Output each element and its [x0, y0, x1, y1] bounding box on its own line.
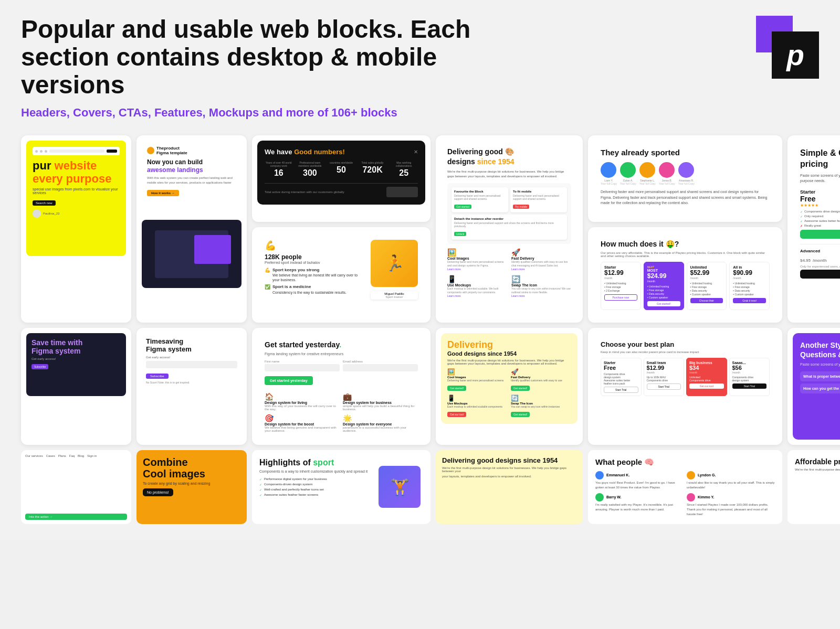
title-purpose: every purpose: [33, 172, 111, 185]
card-another-styled: Another StyledQuestions & Answers Paste …: [788, 328, 840, 445]
email-input-field[interactable]: [343, 364, 418, 371]
start-trial-btn-1[interactable]: Start Trial: [604, 387, 638, 393]
get-our-tool-plan-btn[interactable]: Get our tool: [689, 383, 724, 389]
start-trial-btn-3[interactable]: Start Trial: [732, 383, 767, 389]
stat-value: 720K: [359, 165, 387, 175]
app-mockup: [155, 230, 228, 278]
mockup-card-1: Favourite the Block Delivering faster an…: [452, 187, 508, 212]
sport-text-2: Sport is a medicine Consistency is the w…: [272, 284, 346, 294]
website-hero-title: pur website every purpose: [33, 159, 120, 185]
choose-their-btn[interactable]: Choose their: [690, 298, 723, 303]
sport-preferred: Preferred sport instead of buhalov: [265, 261, 365, 264]
sport-icon: 💪: [265, 240, 365, 251]
hi-check-3: ✓: [259, 488, 262, 492]
nav-link-faq[interactable]: Faq: [69, 454, 75, 457]
feat2-fast-text: Identify qualified customers with easy t…: [511, 379, 571, 382]
cat-business-text: simple space will help you build a beaut…: [343, 404, 418, 411]
plan-feat-sa2: design system: [732, 379, 767, 382]
pf-m4: • Custom speaker: [647, 296, 680, 299]
testimonials-grid: Emmanuel K. You guys rock! Best Product.…: [595, 471, 775, 517]
website-search-btn[interactable]: Search now: [33, 200, 56, 206]
numbers-bottom: Total active during interaction with our…: [265, 187, 418, 197]
delivering-yellow-body: We're the first multi-purpose design kit…: [447, 359, 571, 365]
delivering-yellow-text: Delivering: [447, 339, 493, 350]
hi-check-1: ✓: [259, 477, 262, 481]
plan-period-big: /month: [689, 371, 724, 374]
name-input[interactable]: [265, 364, 340, 371]
logo-black-block: p: [772, 31, 819, 79]
feature-cool-images: 🖼️ Cool Images Delivering faster and mor…: [447, 248, 507, 271]
save-time-btn[interactable]: Subscribe: [32, 364, 48, 369]
what-people-title: What people 🧠: [595, 457, 775, 467]
product-logo-text: TheproductFigma template: [156, 146, 187, 155]
faq-item-2[interactable]: How can you get the price of the...: [800, 383, 840, 393]
fast-delivery-link[interactable]: Learn more: [511, 268, 571, 271]
subscribe-btn[interactable]: Subscribe: [146, 374, 169, 379]
start-trial-btn-2[interactable]: Start Trial: [647, 383, 681, 390]
nav-dot: [35, 150, 38, 153]
nav-link-cases[interactable]: Cases: [46, 454, 55, 457]
close-icon[interactable]: ✕: [414, 149, 418, 155]
sport-item-1: 💪 Sport keeps you strong We believe that…: [265, 268, 365, 283]
cool-images-icon: 🖼️: [447, 248, 507, 257]
email-input[interactable]: [146, 361, 237, 368]
sported-testimonial: Delivering faster and more personalised …: [601, 189, 770, 206]
get-our-tool-btn[interactable]: Get our tool: [447, 412, 466, 417]
mockup-detail-btn[interactable]: Unlock: [454, 232, 466, 236]
cat-living-text: With this way of your business the will …: [265, 404, 340, 411]
stat-value: 300: [296, 168, 324, 178]
swap-icon-link[interactable]: Learn more: [511, 294, 571, 297]
nav-link-blog[interactable]: Blog: [78, 454, 84, 457]
get-started-yesterday-btn[interactable]: Get started yesterday: [265, 376, 313, 385]
how-it-works-btn[interactable]: How it works →: [147, 190, 179, 196]
delivering-year: since 1954: [477, 157, 514, 166]
logo-letter: p: [786, 38, 804, 72]
get-started-btn-2[interactable]: Get started!: [511, 386, 530, 391]
nav-link-plans[interactable]: Plans: [58, 454, 66, 457]
cool-images-link[interactable]: Learn more: [447, 268, 507, 271]
card-timesaving: TimesavingFigma system Get early access!…: [136, 328, 247, 445]
faq-item-1[interactable]: What is proper between Payxter?: [800, 371, 840, 381]
nav-link-signin[interactable]: Sign in: [87, 454, 97, 457]
cat-business-title: Design system for business: [343, 401, 418, 404]
mockup-btn-2[interactable]: Try mobile: [513, 205, 529, 209]
save-time-title: Save time withFigma system: [32, 338, 121, 355]
numbers-title: We have Good numbers!: [265, 148, 345, 156]
save-time-inner: Save time withFigma system Get early acc…: [26, 333, 126, 396]
purchase-now-btn[interactable]: Purchase now: [604, 294, 637, 301]
another-styled-sub: Paste some screens of your app / product…: [800, 363, 840, 366]
numbers-chart: [386, 187, 418, 197]
plan-saaas: Saaas... $56 /month Components drive des…: [729, 358, 770, 396]
cat-business: 💼 Design system for business simple spac…: [343, 392, 418, 411]
highlights-items: ✓ Performance digital system for your bu…: [259, 477, 369, 497]
avatar-img-stephanie: [639, 162, 655, 178]
plan-feats-starter: Components drive design system Awesome s…: [604, 372, 638, 385]
no-problems-btn[interactable]: No problems!: [143, 488, 173, 496]
get-started-btn-3[interactable]: Get started!: [511, 412, 530, 417]
stat-value: 50: [327, 165, 355, 175]
testimonial-emmanuel: Emmanuel K. You guys rock! Best Product.…: [595, 471, 684, 490]
card-yellow-website: pur website every purpose special use im…: [21, 135, 131, 323]
avatar-role-liam: Your full Copy: [601, 182, 617, 185]
stat-item: Max working collaborations 25: [390, 161, 418, 178]
use-mockups-link[interactable]: Learn more: [447, 294, 507, 297]
card-landing-dark: TheproductFigma template Now you can bui…: [136, 135, 247, 323]
person-label: Pauliina_23: [43, 212, 59, 215]
pf-a3: • Data security: [733, 289, 766, 292]
advanced-plan-name: Advanced: [800, 249, 840, 253]
select-plan-btn[interactable]: Select this plan: [800, 270, 840, 279]
get-started-most-btn[interactable]: Get started!: [647, 301, 680, 306]
get-started-btn-1[interactable]: Get started!: [447, 386, 466, 391]
mockup-btn-1[interactable]: Get started: [454, 205, 471, 209]
cat-boost-title: Design system for the boost: [265, 422, 340, 426]
highlights-title: Highlights of sport: [259, 457, 369, 467]
delivering-yellow-inner: Delivering Good designs since 1954 We're…: [441, 333, 578, 424]
page-subtitle: Headers, Covers, CTAs, Features, Mockups…: [21, 106, 472, 120]
nav-link-services[interactable]: Our services: [25, 454, 43, 457]
start-free-btn[interactable]: Start Free: [800, 230, 840, 239]
into-action-btn[interactable]: Into the action →: [25, 514, 127, 520]
grab-it-btn[interactable]: Grab it now!: [733, 298, 766, 303]
pf-u3: • Data security: [690, 289, 723, 292]
faq-q1: What is proper between Payxter?: [803, 375, 840, 378]
plan-feat-sm2: Components drive: [647, 379, 681, 382]
